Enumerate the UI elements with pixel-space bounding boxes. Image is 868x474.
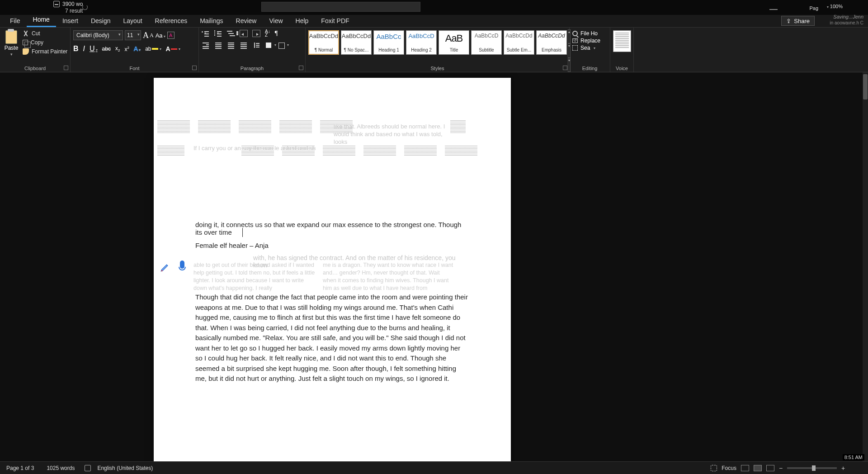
tab-view[interactable]: View bbox=[263, 14, 289, 27]
focus-mode-button[interactable]: Focus bbox=[722, 465, 736, 471]
tab-design[interactable]: Design bbox=[85, 14, 117, 27]
refresh-icon[interactable] bbox=[82, 5, 88, 10]
body-text[interactable]: Though that did not change the fact that… bbox=[195, 292, 469, 384]
line-spacing-button[interactable] bbox=[252, 42, 260, 49]
subscript-button[interactable]: x2 bbox=[115, 45, 120, 52]
align-left-button[interactable] bbox=[202, 42, 210, 49]
share-label: Share bbox=[794, 18, 810, 24]
tab-layout[interactable]: Layout bbox=[117, 14, 149, 27]
multilevel-list-button[interactable] bbox=[227, 30, 235, 37]
wordcount-indicator[interactable]: 3900 wo bbox=[53, 1, 83, 7]
view-web-layout[interactable] bbox=[766, 465, 774, 471]
highlight-color-button[interactable]: ab bbox=[145, 46, 161, 52]
scrollbar-thumb[interactable] bbox=[863, 74, 868, 100]
page[interactable]: like that. Albreeds should be normal her… bbox=[154, 78, 511, 461]
borders-button[interactable] bbox=[278, 42, 286, 49]
paste-button[interactable]: Paste ▾ bbox=[3, 30, 20, 63]
superscript-button[interactable]: x2 bbox=[124, 46, 129, 52]
zoom-slider[interactable] bbox=[787, 467, 837, 469]
align-right-button[interactable] bbox=[227, 42, 235, 49]
style-emphasis[interactable]: AaBbCcDdEmphasis bbox=[536, 30, 567, 55]
body-text[interactable]: Female elf healer – Anja bbox=[195, 242, 269, 249]
tab-help[interactable]: Help bbox=[289, 14, 315, 27]
chevron-down-icon[interactable]: ▾ bbox=[10, 52, 13, 57]
numbering-button[interactable] bbox=[214, 30, 222, 37]
zoom-indicator-top[interactable]: 100% bbox=[827, 4, 843, 9]
nav-thumb[interactable] bbox=[157, 120, 190, 134]
style-heading-1[interactable]: AaBbCcHeading 1 bbox=[373, 30, 404, 55]
italic-button[interactable]: I bbox=[83, 45, 85, 53]
dictate-button[interactable] bbox=[613, 30, 631, 52]
cut-button[interactable]: Cut bbox=[23, 30, 67, 37]
font-size-combo[interactable]: 11 bbox=[125, 30, 141, 40]
align-center-button[interactable] bbox=[214, 42, 222, 49]
text-effects-button[interactable]: A bbox=[134, 45, 141, 52]
dictate-mic-icon[interactable] bbox=[178, 261, 186, 272]
tab-mailings[interactable]: Mailings bbox=[193, 14, 229, 27]
vertical-scrollbar[interactable] bbox=[863, 72, 868, 461]
zoom-slider-knob[interactable] bbox=[812, 465, 816, 471]
underline-button[interactable]: U bbox=[90, 45, 98, 53]
style-title[interactable]: AaBTitle bbox=[439, 30, 469, 55]
find-button[interactable]: File Ho bbox=[572, 30, 607, 37]
shrink-font-button[interactable]: A bbox=[150, 32, 154, 42]
nav-thumb[interactable] bbox=[404, 146, 437, 156]
shading-button[interactable] bbox=[265, 42, 273, 49]
style-no-spacing[interactable]: AaBbCcDd¶ No Spac... bbox=[341, 30, 372, 55]
style-normal[interactable]: AaBbCcDd¶ Normal bbox=[308, 30, 339, 55]
tab-file[interactable]: File bbox=[4, 14, 27, 27]
decrease-indent-button[interactable] bbox=[240, 30, 248, 37]
style-subtitle[interactable]: AaBbCcDSubtitle bbox=[471, 30, 502, 55]
tell-me-search[interactable] bbox=[261, 2, 420, 12]
tab-foxit[interactable]: Foxit PDF bbox=[315, 14, 355, 27]
tab-insert[interactable]: Insert bbox=[56, 14, 85, 27]
status-language[interactable]: English (United States) bbox=[91, 465, 159, 471]
grow-font-button[interactable]: A bbox=[143, 31, 149, 40]
style-subtle-emphasis[interactable]: AaBbCcDdSubtle Em... bbox=[504, 30, 534, 55]
nav-thumb[interactable] bbox=[157, 146, 184, 156]
proofing-icon[interactable] bbox=[85, 465, 91, 471]
nav-thumb[interactable] bbox=[323, 146, 355, 156]
paragraph-dialog-launcher[interactable] bbox=[299, 66, 303, 70]
nav-thumb[interactable] bbox=[445, 146, 477, 156]
tab-review[interactable]: Review bbox=[230, 14, 263, 27]
body-text[interactable]: doing it, it connects us so that we expa… bbox=[195, 221, 467, 236]
justify-button[interactable] bbox=[240, 42, 248, 49]
status-words[interactable]: 1025 words bbox=[40, 465, 81, 471]
zoom-in-button[interactable]: + bbox=[841, 465, 845, 472]
zoom-out-button[interactable]: − bbox=[779, 465, 783, 472]
show-marks-button[interactable]: ¶ bbox=[275, 29, 278, 37]
editor-pen-icon[interactable] bbox=[160, 262, 170, 272]
copy-button[interactable]: Copy bbox=[23, 39, 67, 46]
nav-thumb[interactable] bbox=[363, 146, 396, 156]
tab-home[interactable]: Home bbox=[27, 13, 56, 27]
view-read-mode[interactable] bbox=[741, 465, 749, 471]
replace-button[interactable]: Replace bbox=[572, 38, 607, 44]
select-button[interactable]: Sea bbox=[572, 45, 607, 51]
view-print-layout[interactable] bbox=[754, 465, 762, 471]
bullets-button[interactable] bbox=[202, 30, 210, 37]
document-canvas[interactable]: like that. Albreeds should be normal her… bbox=[0, 72, 863, 461]
nav-thumb[interactable] bbox=[279, 120, 312, 134]
clear-formatting-button[interactable]: A bbox=[167, 32, 175, 39]
nav-thumb[interactable] bbox=[198, 120, 231, 134]
font-name-combo[interactable]: Calibri (Body) bbox=[73, 30, 123, 40]
status-page[interactable]: Page 1 of 3 bbox=[0, 465, 40, 471]
increase-indent-button[interactable] bbox=[252, 30, 260, 37]
group-label: Clipboard bbox=[0, 66, 70, 71]
bold-button[interactable]: B bbox=[73, 45, 79, 53]
sort-button[interactable]: A↓Z bbox=[265, 30, 270, 37]
nav-thumb[interactable] bbox=[239, 120, 271, 134]
search-result-count[interactable]: 7 result bbox=[65, 8, 83, 14]
change-case-button[interactable]: Aa bbox=[156, 32, 165, 39]
clipboard-dialog-launcher[interactable] bbox=[64, 66, 68, 70]
share-button[interactable]: ⇪ Share bbox=[781, 16, 815, 26]
styles-dialog-launcher[interactable] bbox=[563, 66, 567, 70]
tab-references[interactable]: References bbox=[149, 14, 194, 27]
strikethrough-button[interactable]: abc bbox=[102, 46, 111, 52]
font-color-button[interactable]: A bbox=[166, 45, 180, 52]
format-painter-button[interactable]: Format Painter bbox=[23, 48, 67, 55]
style-heading-2[interactable]: AaBbCcDHeading 2 bbox=[406, 30, 437, 55]
window-minimize-icon[interactable] bbox=[769, 9, 778, 10]
font-dialog-launcher[interactable] bbox=[192, 66, 197, 70]
